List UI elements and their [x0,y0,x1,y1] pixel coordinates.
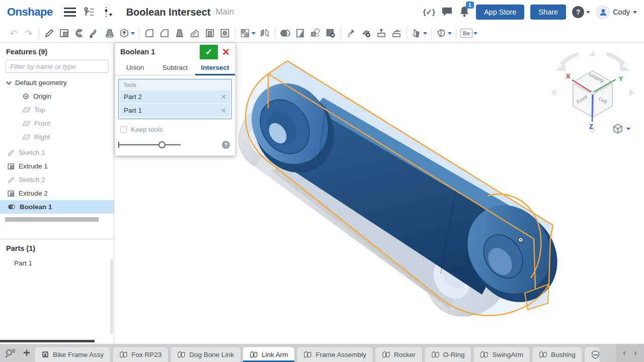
comments-button[interactable] [441,6,453,19]
search-tabs-icon[interactable] [5,348,16,358]
add-tab-icon[interactable]: + [23,347,30,359]
extrude-button[interactable] [57,26,72,41]
blue-part[interactable] [236,69,574,318]
main-menu-icon[interactable] [64,8,76,17]
feature-sketch-2[interactable]: Sketch 2 [0,173,114,187]
slider-handle[interactable] [158,141,166,148]
fillet-surface-button[interactable] [434,26,453,41]
feature-extrude-1[interactable]: Extrude 1 [0,159,114,173]
dialog-help-icon[interactable]: ? [222,141,230,149]
feature-filter-input[interactable] [6,60,109,73]
insert-element-button[interactable] [102,6,113,18]
feature-label: Right [34,133,50,141]
tab-frame-assembly[interactable]: Frame Assembly [296,346,373,362]
tab-label: Dog Bone Link [189,351,234,358]
help-caret-icon [586,11,590,16]
boolean-button[interactable] [278,26,293,41]
feature-default-geometry[interactable]: Default geometry [0,76,114,89]
custom-feature-caret-icon [473,32,477,37]
feature-sketch-1[interactable]: Sketch 1 [0,146,114,159]
shell-button[interactable] [202,26,217,41]
draft-button[interactable] [172,26,187,41]
document-title[interactable]: Boolean Intersect [126,7,211,18]
cancel-button[interactable]: ✕ [222,46,230,58]
linear-pattern-button[interactable] [238,26,257,41]
delete-face-button[interactable] [359,26,374,41]
features-header: Features (9) [0,43,114,60]
tab-bike-frame-assy[interactable]: Bike Frame Assy [34,346,111,362]
hole-button[interactable] [217,26,232,41]
fillet-surface-icon [436,28,447,39]
plane-icon [22,134,31,140]
move-face-button[interactable] [344,26,359,41]
delete-part-button[interactable] [323,26,338,41]
tab-subtract[interactable]: Subtract [155,60,195,75]
move-boundary-button[interactable] [374,26,389,41]
chamfer-button[interactable] [157,26,172,41]
help-menu[interactable]: ? [572,6,590,18]
user-name: Cody [613,8,630,16]
feature-front-plane[interactable]: Front [0,117,114,130]
undo-button[interactable]: ↶ [6,26,21,41]
tab-swingarm[interactable]: SwingArm [473,346,530,362]
versions-button[interactable] [83,7,95,18]
custom-feature-be-button[interactable]: Be [459,26,479,41]
workspace-name[interactable]: Main [215,7,234,17]
tab-union[interactable]: Union [115,60,155,75]
tab-scroll-right-icon[interactable]: › [634,348,637,358]
tool-item-part-1[interactable]: Part 1 ✕ [120,104,230,117]
notifications-button[interactable]: 1 [459,5,470,19]
remove-tool-icon[interactable]: ✕ [220,107,226,115]
tools-selection-box[interactable]: Tools Part 2 ✕ Part 1 ✕ [118,79,232,119]
rib-button[interactable] [187,26,202,41]
panel-horizontal-scrollbar[interactable] [0,340,95,342]
tab-label: Link Arm [262,351,288,358]
transform-button[interactable] [308,26,323,41]
accept-button[interactable]: ✓ [200,45,218,59]
loft-button[interactable] [102,26,117,41]
split-button[interactable] [293,26,308,41]
origin-icon [22,93,30,100]
revolve-button[interactable] [72,26,87,41]
panel-vertical-scrollbar[interactable] [110,259,113,334]
feature-boolean-1[interactable]: Boolean 1 [0,200,114,214]
rollback-bar[interactable] [5,217,99,222]
remove-tool-icon[interactable]: ✕ [220,93,226,101]
tab-dog-bone-link[interactable]: Dog Bone Link [170,346,241,362]
app-store-button[interactable]: App Store [476,5,525,20]
y-axis-label: Y [619,75,623,82]
tab-solidworks-import[interactable]: SW [584,346,600,362]
tab-intersect[interactable]: Intersect [195,60,235,75]
tab-bushing[interactable]: Bushing [532,346,583,362]
feature-right-plane[interactable]: Right [0,130,114,144]
thicken-button[interactable] [117,26,136,41]
user-menu[interactable]: Cody [596,6,637,19]
feature-extrude-2[interactable]: Extrude 2 [0,187,114,200]
keep-tools-checkbox[interactable] [120,126,127,133]
opacity-slider[interactable] [118,141,181,148]
tab-link-arm[interactable]: Link Arm [243,346,295,362]
app-header: Onshape Boolean Intersect Main {✓} [0,0,644,24]
tab-rocker[interactable]: Rocker [375,346,423,362]
tab-fox-rp23[interactable]: Fox RP23 [112,346,169,362]
share-button[interactable]: Share [530,5,566,20]
tab-scroll-left-icon[interactable]: ‹ [623,348,626,358]
onshape-logo[interactable]: Onshape [7,6,53,19]
extrude-surface-button[interactable] [410,26,429,41]
sweep-button[interactable] [87,26,102,41]
part-list-item[interactable]: Part 1 [0,256,114,269]
featurescript-button[interactable]: {✓} [423,8,435,17]
user-icon [599,8,608,17]
feature-origin[interactable]: Origin [0,89,114,103]
redo-button[interactable]: ↷ [21,26,36,41]
user-caret-icon [633,11,637,16]
sketch-button[interactable] [42,26,57,41]
sketch-icon [7,176,15,184]
tab-o-ring[interactable]: O-Ring [424,346,472,362]
feature-top-plane[interactable]: Top [0,103,114,117]
replace-face-button[interactable] [389,26,404,41]
fillet-button[interactable] [142,26,157,41]
view-options-button[interactable] [612,123,630,134]
mirror-button[interactable] [257,26,272,41]
tool-item-part-2[interactable]: Part 2 ✕ [120,90,230,103]
